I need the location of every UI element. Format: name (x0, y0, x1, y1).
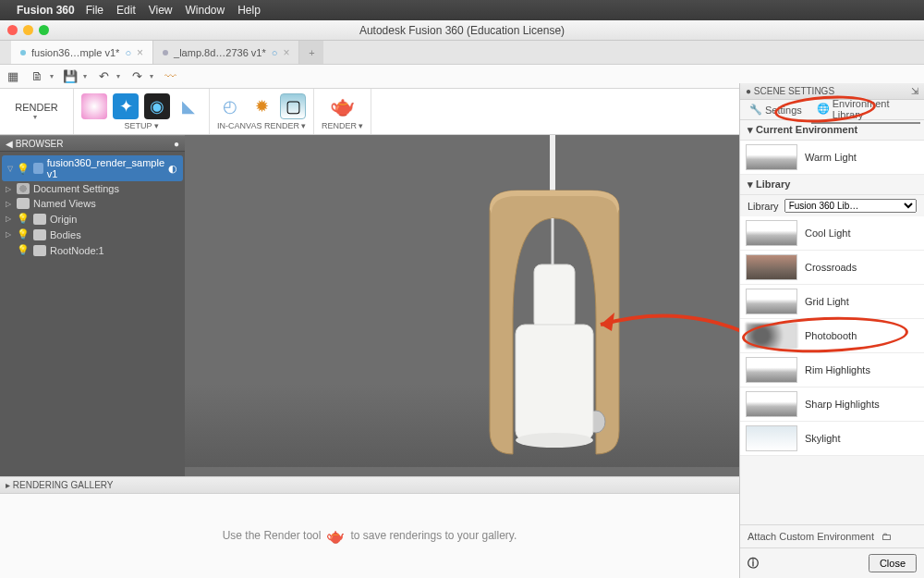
workspace-switcher[interactable]: RENDER ▾ (0, 89, 74, 134)
browser-title: BROWSER (16, 139, 64, 149)
env-label: Grid Light (805, 296, 849, 307)
doc-tab-1[interactable]: _lamp.8d…2736 v1* ○ × (153, 41, 299, 64)
env-list[interactable]: Cool Light Crossroads Grid Light Photobo… (740, 216, 924, 524)
folder-icon (17, 198, 30, 209)
tree-label: Origin (50, 214, 77, 225)
env-item-cool-light[interactable]: Cool Light (740, 216, 924, 251)
redo-icon[interactable]: ↷ (129, 69, 144, 84)
appearance-icon[interactable] (81, 93, 107, 119)
browser-header[interactable]: ◀ BROWSER ● (0, 135, 185, 152)
library-select[interactable]: Fusion 360 Lib… (784, 199, 917, 213)
component-icon (33, 163, 43, 174)
menu-help[interactable]: Help (237, 4, 261, 17)
doc-tab-0[interactable]: fusion36…mple v1* ○ × (11, 41, 153, 64)
env-thumb (746, 357, 797, 383)
menu-edit[interactable]: Edit (116, 4, 136, 17)
app-name[interactable]: Fusion 360 (17, 4, 75, 17)
info-icon[interactable]: ⓘ (748, 556, 759, 572)
pin-icon[interactable]: ● (174, 139, 179, 149)
document-tabs: fusion36…mple v1* ○ × _lamp.8d…2736 v1* … (0, 41, 924, 65)
env-thumb (746, 220, 797, 246)
tree-item[interactable]: 💡RootNode:1 (2, 242, 183, 258)
tree-label: Document Settings (33, 183, 119, 194)
model-preview (434, 135, 675, 477)
file-icon[interactable]: 🗎 (30, 69, 44, 84)
attach-label: Attach Custom Environment (748, 531, 874, 542)
tab-settings[interactable]: 🔧Settings (744, 102, 808, 117)
wrench-icon: 🔧 (749, 104, 762, 116)
tree-item[interactable]: ▷Document Settings (2, 181, 183, 196)
tree-item[interactable]: ▷💡Origin (2, 211, 183, 227)
tree-label: RootNode:1 (50, 245, 104, 256)
gallery-title: RENDERING GALLERY (13, 480, 114, 490)
brush-icon[interactable]: 〰 (163, 69, 177, 84)
folder-icon (33, 229, 46, 240)
add-tab-button[interactable]: + (299, 41, 323, 64)
env-thumb (746, 289, 797, 314)
save-icon[interactable]: 💾 (63, 69, 78, 84)
close-window-icon[interactable] (7, 25, 18, 35)
env-thumb (746, 144, 797, 170)
scene-settings-icon[interactable]: ✦ (113, 93, 139, 119)
ribbon-setup-label: SETUP (124, 121, 152, 130)
menu-file[interactable]: File (86, 4, 103, 17)
folder-icon (33, 245, 46, 256)
env-item-grid-light[interactable]: Grid Light (740, 285, 924, 319)
tab-settings-label: Settings (765, 105, 802, 116)
current-env-item[interactable]: Warm Light (740, 141, 924, 175)
globe-icon: 🌐 (817, 103, 830, 115)
scene-settings-panel: ● SCENE SETTINGS ⇲ 🔧Settings 🌐Environmen… (739, 83, 924, 578)
env-thumb (746, 391, 797, 417)
gallery-header[interactable]: ▸ RENDERING GALLERY (0, 477, 739, 494)
menu-window[interactable]: Window (186, 4, 225, 17)
tab-env-label: Environment Library (833, 98, 915, 120)
close-tab-icon[interactable]: × (283, 46, 289, 59)
env-thumb (746, 254, 797, 280)
menu-view[interactable]: View (149, 4, 173, 17)
svg-rect-2 (534, 264, 575, 329)
env-label: Photobooth (805, 330, 857, 341)
mac-menubar: Fusion 360 File Edit View Window Help ◉ … (0, 0, 924, 20)
env-item-crossroads[interactable]: Crossroads (740, 251, 924, 285)
env-item-sharp-highlights[interactable]: Sharp Highlights (740, 387, 924, 422)
close-tab-icon[interactable]: × (137, 46, 143, 59)
tree-item[interactable]: ▷Named Views (2, 196, 183, 211)
library-label: Library (748, 201, 779, 212)
traffic-lights[interactable] (7, 25, 49, 35)
env-label: Crossroads (805, 262, 857, 273)
decal-icon[interactable]: ◣ (176, 93, 201, 119)
env-label: Sharp Highlights (805, 399, 880, 410)
env-label: Warm Light (805, 152, 857, 163)
texture-icon[interactable]: ◉ (144, 93, 170, 119)
capture-icon[interactable]: ▢ (280, 93, 306, 119)
incanvas-render-icon[interactable]: ◴ (217, 93, 243, 119)
tree-root-label: fusion360_render_sample v1 (47, 157, 164, 179)
undo-icon[interactable]: ↶ (96, 69, 111, 84)
teapot-icon[interactable]: 🫖 (330, 93, 356, 119)
tab-environment-library[interactable]: 🌐Environment Library (811, 96, 920, 124)
env-label: Rim Highlights (805, 364, 870, 375)
doc-tab-label: fusion36…mple v1* (31, 47, 119, 58)
tree-root[interactable]: ▽💡 fusion360_render_sample v1 ◐ (2, 155, 183, 181)
env-item-skylight[interactable]: Skylight (740, 422, 924, 456)
svg-rect-3 (516, 325, 593, 440)
tree-label: Bodies (50, 229, 81, 240)
minimize-window-icon[interactable] (23, 25, 33, 35)
zoom-window-icon[interactable] (39, 25, 49, 35)
gear-icon (17, 183, 30, 194)
env-thumb (746, 323, 797, 349)
window-title: Autodesk Fusion 360 (Education License) (359, 24, 565, 37)
folder-icon[interactable]: 🗀 (881, 531, 892, 542)
doc-icon (163, 50, 168, 55)
env-item-photobooth[interactable]: Photobooth (740, 319, 924, 353)
render-settings-icon[interactable]: ✹ (249, 93, 274, 119)
grid-icon[interactable]: ▦ (6, 69, 20, 84)
tree-item[interactable]: ▷💡Bodies (2, 227, 183, 242)
close-button[interactable]: Close (869, 554, 917, 572)
attach-env[interactable]: Attach Custom Environment 🗀 (740, 524, 924, 547)
workspace-label: RENDER (15, 102, 57, 113)
tree-label: Named Views (33, 198, 96, 209)
doc-icon (20, 50, 26, 55)
env-item-rim-highlights[interactable]: Rim Highlights (740, 353, 924, 387)
library-header[interactable]: ▾ Library (740, 175, 924, 195)
